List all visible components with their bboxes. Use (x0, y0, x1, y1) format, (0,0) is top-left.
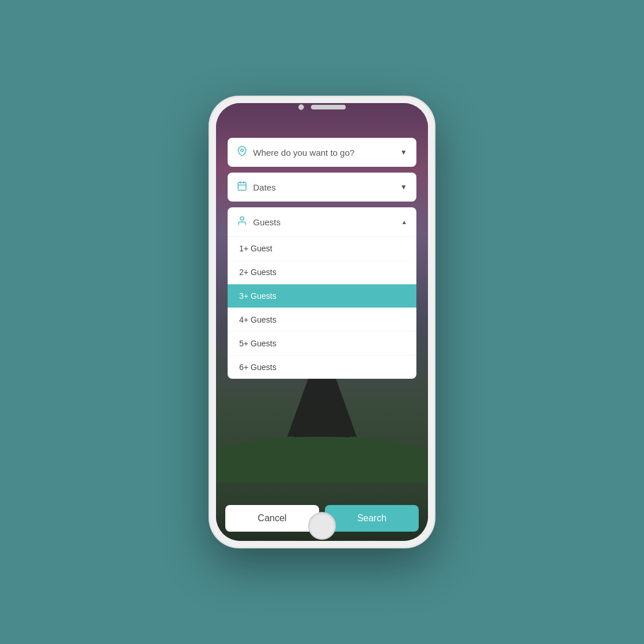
phone-speaker (311, 105, 346, 109)
person-icon (237, 215, 247, 228)
dates-field[interactable]: Dates ▼ (228, 173, 416, 202)
guests-header[interactable]: Guests ▲ (228, 207, 416, 237)
guest-option-2[interactable]: 2+ Guests (228, 261, 416, 284)
guests-label: Guests (253, 217, 396, 227)
svg-point-0 (241, 149, 244, 152)
location-chevron: ▼ (400, 148, 407, 156)
location-field[interactable]: Where do you want to go? ▼ (228, 138, 416, 167)
phone-mockup: Where do you want to go? ▼ Dates ▼ (209, 96, 435, 548)
guest-option-5[interactable]: 5+ Guests (228, 332, 416, 356)
phone-screen: Where do you want to go? ▼ Dates ▼ (216, 103, 428, 541)
calendar-icon (237, 181, 247, 193)
ui-overlay: Where do you want to go? ▼ Dates ▼ (216, 103, 428, 541)
phone-home-button[interactable] (308, 512, 336, 540)
dates-chevron: ▼ (400, 183, 407, 191)
search-button[interactable]: Search (325, 505, 419, 532)
guest-option-6[interactable]: 6+ Guests (228, 356, 416, 379)
guests-dropdown: Guests ▲ 1+ Guest 2+ Guests 3+ Guests 4+… (228, 207, 416, 379)
cancel-button[interactable]: Cancel (225, 505, 319, 532)
svg-point-5 (240, 217, 244, 220)
guest-option-1[interactable]: 1+ Guest (228, 237, 416, 261)
location-icon (237, 146, 247, 159)
dates-placeholder: Dates (253, 182, 394, 192)
phone-top-bar (298, 104, 346, 110)
svg-rect-1 (238, 182, 246, 191)
guest-option-3[interactable]: 3+ Guests (228, 284, 416, 308)
guests-chevron: ▲ (401, 219, 407, 225)
phone-camera (298, 104, 304, 110)
guest-option-4[interactable]: 4+ Guests (228, 308, 416, 332)
location-placeholder: Where do you want to go? (253, 148, 394, 158)
